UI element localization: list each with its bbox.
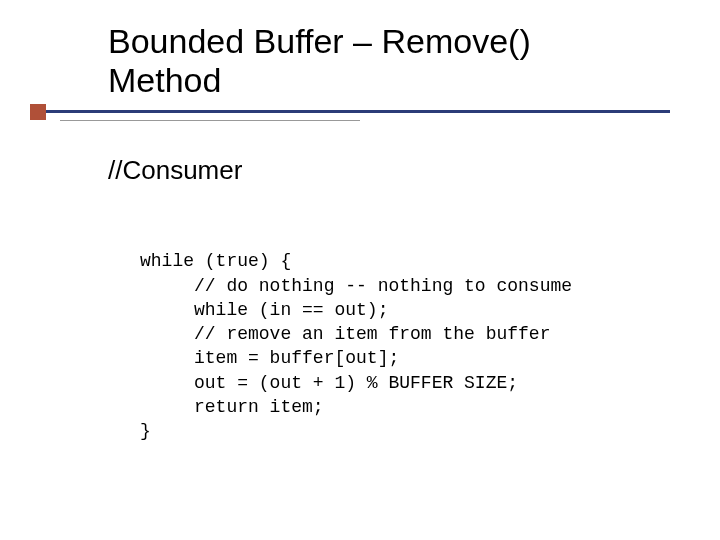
code-line: while (in == out); (140, 300, 388, 320)
slide: Bounded Buffer – Remove() Method //Consu… (0, 0, 720, 540)
title-line-1: Bounded Buffer – Remove() (108, 22, 668, 61)
code-line: return item; (140, 397, 324, 417)
code-block: while (true) { // do nothing -- nothing … (140, 225, 572, 468)
title-underline (30, 110, 670, 113)
subtitle-comment: //Consumer (108, 155, 242, 186)
title-line-2: Method (108, 61, 668, 100)
slide-title: Bounded Buffer – Remove() Method (108, 22, 668, 100)
code-line: // do nothing -- nothing to consume (140, 276, 572, 296)
code-line: while (true) { (140, 251, 291, 271)
code-line: item = buffer[out]; (140, 348, 399, 368)
code-line: // remove an item from the buffer (140, 324, 550, 344)
code-line: } (140, 421, 151, 441)
secondary-underline (60, 120, 360, 121)
code-line: out = (out + 1) % BUFFER SIZE; (140, 373, 518, 393)
accent-square-icon (30, 104, 46, 120)
